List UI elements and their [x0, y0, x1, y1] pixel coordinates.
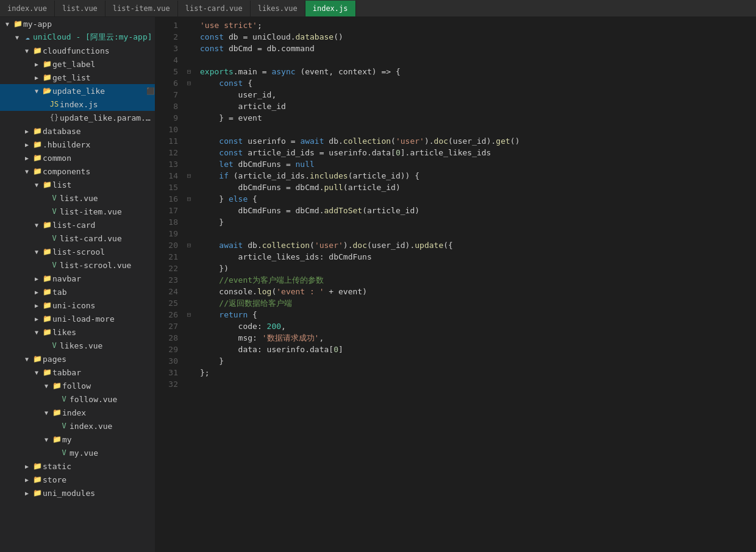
code-line-25: //返回数据给客户端 [200, 297, 756, 309]
sidebar-item-navbar[interactable]: ▶ 📁 navbar [0, 272, 155, 285]
sidebar-item-my-app[interactable]: ▼ 📁 my-app [0, 17, 155, 30]
folder-icon: 📂 [41, 87, 52, 95]
code-line-20: await db.collection('user').doc(user_id)… [200, 239, 756, 251]
tree-item-label: my-app [23, 19, 155, 29]
sidebar-item-uni-load-more[interactable]: ▶ 📁 uni-load-more [0, 312, 155, 325]
code-line-27: code: 200, [200, 320, 756, 332]
sidebar-item-unicloud[interactable]: ▼ ☁ uniCloud - [阿里云:my-app] [0, 30, 155, 44]
code-area[interactable]: ⊟ ⊟ ⊟ ⊟ ⊟ [183, 19, 756, 552]
code-line-3: const dbCmd = db.command [200, 43, 756, 54]
sidebar-item-update-like[interactable]: ▼ 📂 update_like ⬛ [0, 84, 155, 97]
folder-icon: 📁 [41, 288, 52, 296]
folder-icon: 📁 [32, 167, 43, 175]
sidebar-item-index-js[interactable]: JS index.js [0, 97, 155, 111]
tab-label: index.js [313, 4, 348, 13]
tab-index-vue[interactable]: index.vue [0, 1, 55, 16]
arrow-icon: ▶ [32, 74, 41, 81]
sidebar-item-tabbar[interactable]: ▼ 📁 tabbar [0, 366, 155, 379]
sidebar-item-param-json[interactable]: {} update_like.param.json [0, 111, 155, 124]
code-line-30: } [200, 355, 756, 367]
sidebar[interactable]: ▼ 📁 my-app ▼ ☁ uniCloud - [阿里云:my-app] ▼… [0, 17, 155, 552]
code-line-10 [200, 124, 756, 135]
sidebar-item-pages[interactable]: ▼ 📁 pages [0, 352, 155, 366]
sidebar-item-uni-icons[interactable]: ▶ 📁 uni-icons [0, 299, 155, 312]
sidebar-item-likes-vue[interactable]: V likes.vue [0, 339, 155, 352]
folder-icon: 📁 [41, 60, 52, 68]
sidebar-item-common[interactable]: ▶ 📁 common [0, 151, 155, 165]
file-icon: V [49, 261, 60, 269]
code-line-16: } else { [200, 193, 756, 205]
sidebar-item-likes[interactable]: ▼ 📁 likes [0, 325, 155, 339]
tab-likes-vue[interactable]: likes.vue [251, 1, 305, 16]
tree-item-label: index.js [60, 100, 155, 109]
arrow-icon: ▶ [22, 476, 32, 483]
tree-item-label: list.vue [60, 194, 155, 203]
arrow-icon: ▼ [32, 369, 41, 376]
code-editor[interactable]: 1 2 3 4 5 6 7 8 9 10 11 12 13 14 15 16 1… [155, 17, 756, 552]
arrow-icon: ▶ [22, 128, 32, 135]
folder-icon: 📁 [32, 154, 43, 162]
sidebar-item-my-vue[interactable]: V my.vue [0, 446, 155, 459]
folder-icon: 📁 [32, 489, 43, 497]
tree-item-label: static [43, 462, 155, 471]
tab-list-vue[interactable]: list.vue [55, 1, 105, 16]
sidebar-item-list-card-vue[interactable]: V list-card.vue [0, 232, 155, 245]
folder-icon: 📁 [41, 274, 52, 283]
folder-icon: 📁 [32, 355, 43, 363]
arrow-icon: ▼ [12, 34, 22, 41]
sidebar-item-follow[interactable]: ▼ 📁 follow [0, 379, 155, 392]
folder-icon: 📁 [32, 140, 43, 149]
sidebar-item-list-scrool-vue[interactable]: V list-scrool.vue [0, 258, 155, 272]
sidebar-item-uni-modules[interactable]: ▶ 📁 uni_modules [0, 486, 155, 500]
code-line-24: console.log('event : ' + event) [200, 286, 756, 297]
code-line-15: dbCmdFuns = dbCmd.pull(article_id) [200, 182, 756, 193]
tab-list-card-vue[interactable]: list-card.vue [178, 1, 251, 16]
tree-item-label: store [43, 475, 155, 484]
sidebar-item-get-label[interactable]: ▶ 📁 get_label [0, 57, 155, 71]
code-line-8: article_id [200, 101, 756, 112]
code-line-23: //event为客户端上传的参数 [200, 274, 756, 286]
sidebar-item-list-vue[interactable]: V list.vue [0, 191, 155, 205]
tab-index-js[interactable]: index.js [305, 1, 356, 16]
tree-item-label: list-item.vue [60, 207, 155, 216]
sidebar-item-list-card[interactable]: ▼ 📁 list-card [0, 218, 155, 232]
code-line-26: return { [200, 309, 756, 320]
sidebar-item-tab[interactable]: ▶ 📁 tab [0, 285, 155, 299]
sidebar-item-index-vue[interactable]: V index.vue [0, 419, 155, 433]
arrow-icon: ▶ [22, 141, 32, 148]
code-line-11: const userinfo = await db.collection('us… [200, 135, 756, 147]
folder-icon: 📁 [41, 328, 52, 336]
tree-item-label: tab [52, 288, 155, 297]
folder-icon: 📁 [41, 73, 52, 82]
tab-list-item-vue[interactable]: list-item.vue [105, 1, 178, 16]
tab-label: list-item.vue [113, 4, 170, 13]
code-line-31: }; [200, 367, 756, 378]
tree-item-label: .hbuilderx [43, 140, 155, 149]
sidebar-item-get-list[interactable]: ▶ 📁 get_list [0, 71, 155, 84]
sidebar-item-list-item-vue[interactable]: V list-item.vue [0, 205, 155, 218]
code-line-6: const { [200, 77, 756, 89]
file-icon: V [59, 448, 70, 457]
sidebar-item-store[interactable]: ▶ 📁 store [0, 473, 155, 486]
sidebar-item-follow-vue[interactable]: V follow.vue [0, 392, 155, 406]
folder-icon: 📁 [51, 435, 62, 444]
sidebar-item-hbuilderx[interactable]: ▶ 📁 .hbuilderx [0, 138, 155, 151]
sidebar-item-cloudfunctions[interactable]: ▼ 📁 cloudfunctions [0, 44, 155, 57]
folder-icon: 📁 [32, 475, 43, 484]
folder-badge: ⬛ [146, 87, 155, 95]
sidebar-item-index-folder[interactable]: ▼ 📁 index [0, 406, 155, 419]
tree-item-label: update_like.param.json [60, 113, 155, 122]
code-line-22: }) [200, 263, 756, 274]
tree-item-label: uniCloud - [阿里云:my-app] [33, 32, 155, 43]
sidebar-item-database[interactable]: ▶ 📁 database [0, 124, 155, 138]
sidebar-item-list-scrool[interactable]: ▼ 📁 list-scrool [0, 245, 155, 258]
sidebar-item-components[interactable]: ▼ 📁 components [0, 165, 155, 178]
line-numbers: 1 2 3 4 5 6 7 8 9 10 11 12 13 14 15 16 1… [155, 19, 183, 552]
arrow-icon: ▶ [32, 302, 41, 309]
sidebar-item-static[interactable]: ▶ 📁 static [0, 459, 155, 473]
tree-item-label: likes.vue [60, 341, 155, 350]
sidebar-item-list-folder[interactable]: ▼ 📁 list [0, 178, 155, 191]
sidebar-item-my-folder[interactable]: ▼ 📁 my [0, 433, 155, 446]
tree-item-label: database [43, 127, 155, 136]
file-icon: V [49, 234, 60, 242]
